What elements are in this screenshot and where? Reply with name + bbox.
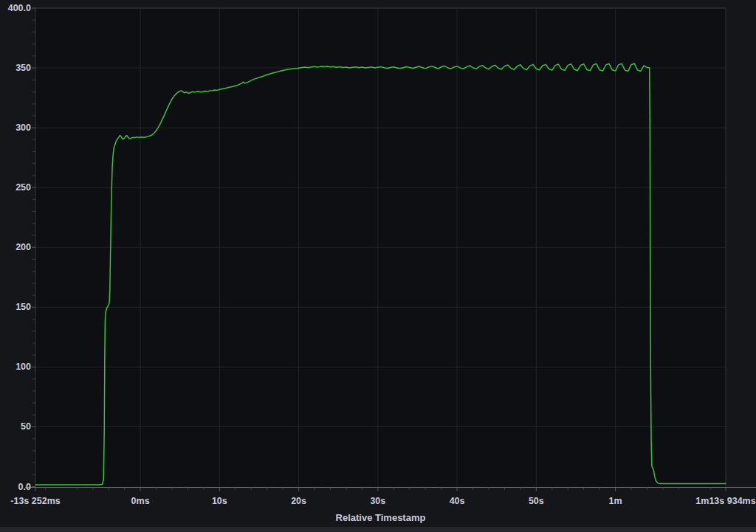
x-axis-title: Relative Timestamp (35, 512, 726, 523)
y-tick-label: 100 (0, 361, 31, 373)
x-tick-label: 1m (568, 495, 664, 507)
y-tick-label: 200 (0, 241, 31, 253)
chart-panel: 400.0350300250200150100500.0 -13s 252ms0… (0, 0, 756, 532)
bottom-panel-edge (0, 527, 756, 532)
x-tick-label: 1m13s 934ms (678, 495, 756, 507)
y-tick-label: 150 (0, 301, 31, 313)
timeseries-chart[interactable] (0, 0, 756, 532)
y-tick-label: 250 (0, 182, 31, 193)
x-tick-label: -13s 252ms (0, 495, 83, 507)
y-tick-label: 350 (0, 62, 31, 74)
y-tick-label: 300 (0, 122, 31, 134)
y-tick-label: 0.0 (0, 481, 31, 493)
y-tick-label: 400.0 (0, 2, 31, 14)
y-tick-label: 50 (0, 421, 31, 432)
